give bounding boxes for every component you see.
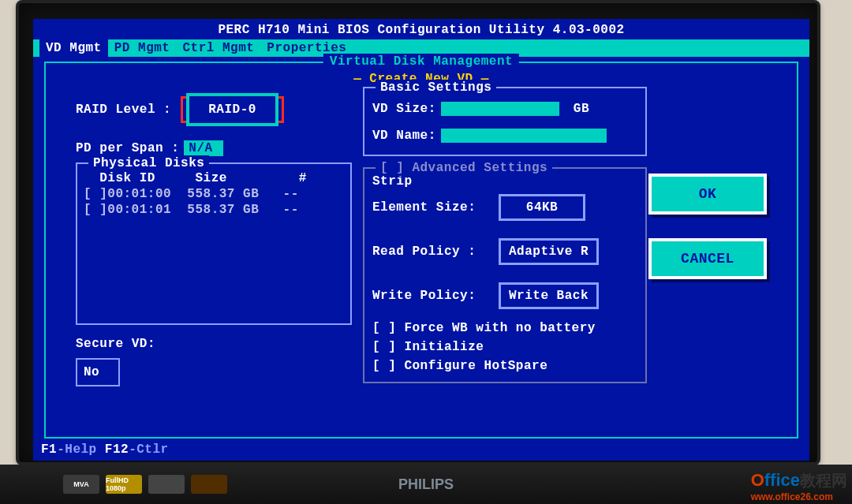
basic-settings-group: Basic Settings VD Size: GB VD Name:	[363, 87, 647, 156]
vd-name-input[interactable]	[441, 129, 607, 143]
watermark-line2: www.office26.com	[751, 491, 847, 502]
monitor-bottom-bezel: MVA FullHD 1080p PHILIPS	[0, 465, 852, 504]
vd-size-input[interactable]	[441, 102, 559, 116]
button-column: OK CANCEL	[648, 174, 767, 303]
raid-level-label: RAID Level :	[76, 102, 171, 118]
check-initialize[interactable]: [ ] Initialize	[372, 339, 637, 355]
vd-management-frame: Virtual Disk Management — Create New VD …	[44, 62, 798, 439]
f1-key: F1	[41, 442, 57, 457]
menu-pd-mgmt[interactable]: PD Mgmt	[108, 39, 177, 57]
read-policy-label: Read Policy :	[372, 244, 499, 259]
create-vd-area: — Create New VD — RAID Level : RAID-0 PD…	[71, 79, 772, 426]
badge-fullhd: FullHD 1080p	[106, 475, 142, 494]
cancel-button[interactable]: CANCEL	[648, 238, 767, 279]
monitor-brand: PHILIPS	[398, 476, 454, 493]
raid-level-value: RAID-0	[192, 99, 272, 120]
vd-management-title: Virtual Disk Management	[323, 54, 519, 69]
menu-ctrl-mgmt[interactable]: Ctrl Mgmt	[176, 39, 260, 57]
raid-level-selector[interactable]: RAID-0	[186, 93, 278, 126]
menu-vd-mgmt[interactable]: VD Mgmt	[39, 39, 108, 57]
ok-button[interactable]: OK	[648, 174, 767, 215]
badge-4	[191, 475, 227, 494]
advanced-settings-title[interactable]: [ ] Advanced Settings	[376, 160, 552, 176]
strip-element-size-value[interactable]: 64KB	[499, 194, 585, 221]
advanced-settings-group: [ ] Advanced Settings Strip Element Size…	[363, 167, 647, 383]
bezel-badges: MVA FullHD 1080p	[63, 475, 227, 494]
check-force-wb[interactable]: [ ] Force WB with no battery	[372, 320, 637, 336]
write-policy-value[interactable]: Write Back	[499, 282, 599, 309]
physical-disks-header: Disk ID Size #	[84, 170, 344, 186]
secure-vd-label: Secure VD:	[76, 336, 155, 352]
pd-per-span-label: PD per Span :	[76, 140, 179, 156]
app-title: PERC H710 Mini BIOS Configuration Utilit…	[33, 19, 809, 39]
physical-disks-group: Physical Disks Disk ID Size # [ ]00:01:0…	[76, 162, 352, 325]
watermark: Office教程网 www.office26.com	[751, 470, 847, 502]
right-column: Basic Settings VD Size: GB VD Name: [ ] …	[363, 87, 647, 394]
vd-name-label: VD Name:	[372, 128, 436, 144]
bios-screen: PERC H710 Mini BIOS Configuration Utilit…	[33, 19, 809, 461]
disk-row[interactable]: [ ]00:01:01 558.37 GB --	[84, 202, 344, 218]
left-column: RAID Level : RAID-0 PD per Span : N/A Ph…	[76, 96, 352, 386]
monitor-bezel: PERC H710 Mini BIOS Configuration Utilit…	[16, 0, 820, 465]
watermark-line1b: 教程网	[800, 472, 847, 489]
basic-settings-title: Basic Settings	[376, 80, 496, 95]
strip-element-size-label: Element Size:	[372, 200, 499, 215]
watermark-line1a: ffice	[764, 470, 800, 490]
f12-text: -Ctlr	[129, 442, 169, 457]
raid-level-highlight: RAID-0	[181, 96, 284, 123]
f12-key: F12	[105, 442, 129, 457]
pd-per-span-value: N/A	[184, 140, 223, 156]
physical-disks-title: Physical Disks	[88, 155, 209, 171]
badge-3	[148, 475, 185, 494]
vd-size-label: VD Size:	[372, 101, 436, 117]
disk-row[interactable]: [ ]00:01:00 558.37 GB --	[84, 186, 344, 202]
strip-label-1: Strip	[372, 174, 637, 189]
secure-vd-value[interactable]: No	[76, 358, 120, 386]
write-policy-label: Write Policy:	[372, 288, 499, 304]
check-configure-hotspare[interactable]: [ ] Configure HotSpare	[372, 358, 637, 374]
f1-text: -Help	[57, 442, 105, 457]
status-bar: F1-Help F12-Ctlr	[41, 442, 169, 457]
badge-mva: MVA	[63, 475, 99, 494]
vd-size-unit: GB	[574, 101, 589, 117]
read-policy-value[interactable]: Adaptive R	[499, 238, 599, 265]
